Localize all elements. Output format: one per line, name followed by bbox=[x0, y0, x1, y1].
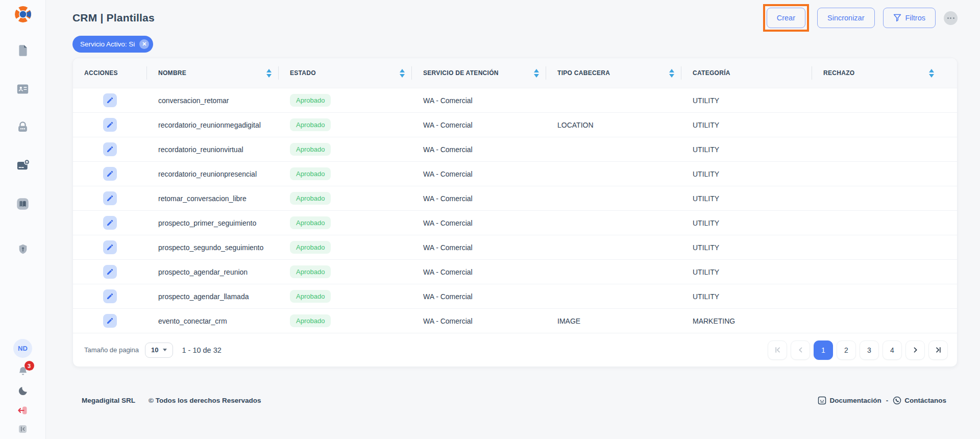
estado-cell: Aprobado bbox=[279, 143, 412, 156]
sort-arrows-icon[interactable] bbox=[266, 69, 272, 78]
more-options-button[interactable] bbox=[944, 11, 958, 25]
page-size-value: 10 bbox=[151, 346, 158, 354]
estado-cell: Aprobado bbox=[279, 167, 412, 180]
table-row: conversacion_retomar Aprobado WA - Comer… bbox=[73, 88, 957, 112]
ellipsis-icon bbox=[947, 17, 949, 19]
edit-button[interactable] bbox=[103, 167, 117, 181]
sort-arrows-icon[interactable] bbox=[669, 69, 674, 78]
templates-table-card: ACCIONES NOMBRE ESTADO SERVICIO DE ATENC… bbox=[72, 58, 958, 367]
estado-cell: Aprobado bbox=[279, 192, 412, 205]
table-header-cell: ESTADO bbox=[279, 58, 412, 88]
nombre-cell: conversacion_retomar bbox=[147, 96, 279, 105]
sidebar-bottom: ND 3 bbox=[13, 339, 32, 434]
estado-cell: Aprobado bbox=[279, 216, 412, 229]
actions-cell bbox=[73, 167, 147, 181]
footer-rights: © Todos los derechos Reservados bbox=[149, 397, 261, 404]
sincronizar-button[interactable]: Sincronizar bbox=[817, 8, 875, 28]
edit-button[interactable] bbox=[103, 289, 117, 303]
sidebar-item-library[interactable] bbox=[16, 197, 30, 211]
app-logo-icon[interactable] bbox=[13, 5, 33, 24]
pagination-first-button[interactable] bbox=[768, 340, 787, 360]
notifications-button[interactable]: 3 bbox=[17, 365, 29, 378]
servicio-cell: WA - Comercial bbox=[412, 96, 546, 105]
sort-arrows-icon[interactable] bbox=[534, 69, 539, 78]
table-row: recordatorio_reunionvirtual Aprobado WA … bbox=[73, 137, 957, 161]
nombre-cell: prospecto_agendar_reunion bbox=[147, 268, 279, 276]
status-badge: Aprobado bbox=[290, 290, 331, 303]
table-row: retomar_conversacion_libre Aprobado WA -… bbox=[73, 186, 957, 210]
chevron-right-icon bbox=[912, 347, 919, 353]
last-page-icon bbox=[935, 347, 942, 353]
edit-button[interactable] bbox=[103, 191, 117, 205]
table-footer: Tamaño de pagina 10 1 - 10 de 32 1234 bbox=[73, 333, 957, 367]
app-root: ND 3 CRM | Plantillas Crear Si bbox=[0, 0, 980, 439]
categoria-cell: UTILITY bbox=[681, 170, 812, 178]
sidebar-item-payments[interactable] bbox=[16, 158, 30, 173]
table-row: evento_conectar_crm Aprobado WA - Comerc… bbox=[73, 308, 957, 333]
estado-cell: Aprobado bbox=[279, 314, 412, 327]
edit-button[interactable] bbox=[103, 314, 117, 328]
pagination: 1234 bbox=[768, 340, 948, 360]
pagination-next-button[interactable] bbox=[905, 340, 925, 360]
pagination-page-3[interactable]: 3 bbox=[860, 340, 879, 360]
column-label: SERVICIO DE ATENCIÓN bbox=[423, 69, 499, 77]
dark-mode-toggle[interactable] bbox=[17, 385, 29, 397]
servicio-cell: WA - Comercial bbox=[412, 145, 546, 154]
documentation-link[interactable]: Documentación bbox=[818, 396, 881, 405]
actions-cell bbox=[73, 118, 147, 132]
pagination-last-button[interactable] bbox=[928, 340, 948, 360]
sidebar-item-badge[interactable] bbox=[16, 242, 30, 256]
estado-cell: Aprobado bbox=[279, 241, 412, 254]
filter-chip-label: Servicio Activo: Si bbox=[80, 40, 135, 48]
sort-arrows-icon[interactable] bbox=[400, 69, 405, 78]
crear-button[interactable]: Crear bbox=[767, 8, 805, 28]
column-label: ESTADO bbox=[290, 69, 316, 77]
edit-button[interactable] bbox=[103, 142, 117, 156]
footer-right: Documentación - Contáctanos bbox=[818, 396, 946, 405]
table-row: recordatorio_reunionpresencial Aprobado … bbox=[73, 161, 957, 186]
pagination-page-4[interactable]: 4 bbox=[883, 340, 902, 360]
whatsapp-phone-icon bbox=[893, 396, 901, 405]
categoria-cell: UTILITY bbox=[681, 243, 812, 252]
collapse-sidebar-button[interactable] bbox=[18, 424, 28, 434]
estado-cell: Aprobado bbox=[279, 265, 412, 278]
pencil-icon bbox=[106, 243, 114, 251]
table-row: prospecto_primer_seguimiento Aprobado WA… bbox=[73, 210, 957, 235]
pencil-icon bbox=[106, 317, 114, 325]
sort-arrows-icon[interactable] bbox=[929, 69, 934, 78]
filter-chip-close-icon[interactable]: ✕ bbox=[139, 39, 149, 49]
pagination-prev-button[interactable] bbox=[791, 340, 810, 360]
status-badge: Aprobado bbox=[290, 192, 331, 205]
moon-icon bbox=[17, 385, 29, 397]
edit-button[interactable] bbox=[103, 240, 117, 254]
servicio-cell: WA - Comercial bbox=[412, 219, 546, 227]
actions-cell bbox=[73, 289, 147, 303]
edit-button[interactable] bbox=[103, 216, 117, 230]
status-badge: Aprobado bbox=[290, 94, 331, 107]
edit-button[interactable] bbox=[103, 118, 117, 132]
page-footer: Megadigital SRL © Todos los derechos Res… bbox=[72, 396, 958, 405]
contact-link[interactable]: Contáctanos bbox=[893, 396, 946, 405]
estado-cell: Aprobado bbox=[279, 290, 412, 303]
estado-cell: Aprobado bbox=[279, 94, 412, 107]
filtros-button[interactable]: Filtros bbox=[883, 8, 936, 28]
user-avatar[interactable]: ND bbox=[13, 339, 32, 358]
sidebar-item-security[interactable] bbox=[16, 120, 30, 134]
sidebar-item-contacts[interactable] bbox=[16, 82, 30, 96]
pagination-page-1[interactable]: 1 bbox=[814, 340, 833, 360]
logout-button[interactable] bbox=[17, 404, 29, 417]
table-header-cell: ACCIONES bbox=[73, 58, 147, 88]
edit-button[interactable] bbox=[103, 265, 117, 279]
status-badge: Aprobado bbox=[290, 314, 331, 327]
servicio-cell: WA - Comercial bbox=[412, 170, 546, 178]
page-size-select[interactable]: 10 bbox=[145, 343, 173, 358]
edit-button[interactable] bbox=[103, 93, 117, 107]
footer-left: Megadigital SRL © Todos los derechos Res… bbox=[82, 397, 261, 404]
estado-cell: Aprobado bbox=[279, 118, 412, 131]
lock-icon bbox=[16, 120, 30, 134]
crear-highlight-annotation: Crear bbox=[763, 4, 809, 32]
sidebar-item-documents[interactable] bbox=[16, 43, 30, 58]
pagination-page-2[interactable]: 2 bbox=[837, 340, 856, 360]
page-size-label: Tamaño de pagina bbox=[84, 346, 139, 354]
nombre-cell: retomar_conversacion_libre bbox=[147, 194, 279, 203]
